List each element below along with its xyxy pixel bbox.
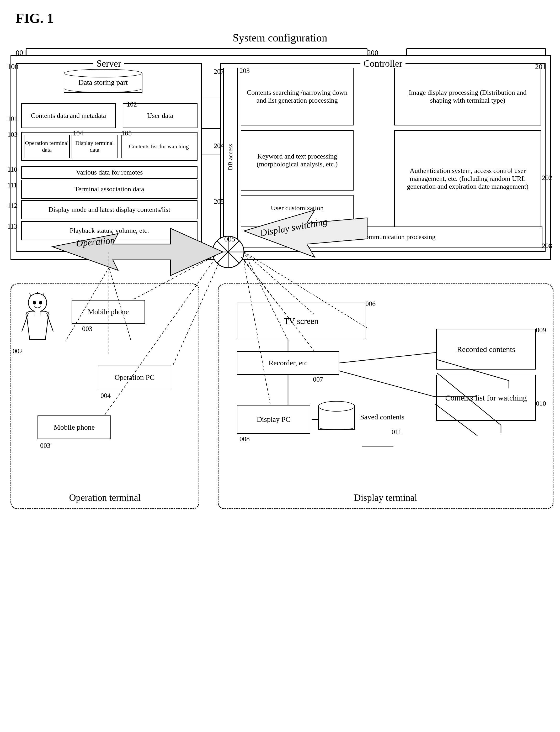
operation-terminal-label: Operation terminal: [69, 492, 141, 503]
svg-line-43: [339, 352, 436, 363]
operation-terminal-dashed: Operation terminal 002 Mobile phone: [10, 283, 199, 509]
ref-204: 204: [214, 142, 224, 150]
tv-screen-box: TV screen: [237, 302, 365, 339]
display-mode-box: Display mode and latest display contents…: [21, 200, 198, 219]
svg-point-35: [33, 301, 36, 304]
various-data-bar: Various data for remotes: [21, 166, 198, 179]
svg-point-31: [28, 293, 47, 312]
display-terminal-dashed: Display terminal TV screen 006 Recorder,…: [218, 283, 553, 509]
ref-003: 003: [82, 325, 92, 333]
mobile-phone-2-box: Mobile phone: [38, 416, 111, 439]
ref-100: 100: [7, 62, 18, 71]
ref-009: 009: [536, 326, 546, 334]
ref-005: 005: [224, 235, 235, 243]
saved-contents-label: Saved contents: [360, 413, 426, 421]
contents-data-box: Contents data and metadata: [21, 103, 116, 128]
ref-101: 101: [7, 115, 18, 123]
contents-search-box: Contents searching /narrowing down and l…: [241, 68, 354, 125]
ref-113: 113: [7, 222, 17, 230]
svg-rect-39: [35, 311, 40, 315]
op-terminal-data-box: Operation terminal data: [24, 135, 70, 158]
data-storing-label: Data storing part: [64, 78, 142, 87]
db-access-box: DB access: [223, 68, 238, 246]
display-terminal-label: Display terminal: [354, 492, 417, 503]
ref-112: 112: [7, 202, 17, 210]
ref-007: 007: [313, 376, 323, 384]
ref-008: 008: [239, 435, 250, 443]
server-box: Server Data storing part 100 Contents da…: [16, 63, 202, 252]
ref-205: 205: [214, 198, 224, 205]
ref-006: 006: [365, 300, 376, 308]
ref-207: 207: [214, 68, 224, 76]
ref-102: 102: [127, 100, 137, 108]
ref-103: 103: [7, 131, 18, 139]
auth-system-box: Authentication system, access control us…: [394, 130, 541, 227]
figure-label: FIG. 1: [16, 10, 54, 26]
disp-terminal-data-box: Display terminal data: [72, 135, 118, 158]
controller-box: Controller 201 DB access 207 Contents se…: [220, 63, 546, 252]
ref-203: 203: [239, 67, 250, 75]
display-pc-box: Display PC: [237, 405, 310, 434]
svg-line-44: [339, 371, 436, 397]
svg-line-32: [30, 293, 31, 296]
terminal-assoc-box: Terminal association data: [21, 180, 198, 199]
keyword-text-box: Keyword and text processing (morphologic…: [241, 130, 354, 190]
controller-label: Controller: [360, 58, 406, 69]
ref-111: 111: [7, 181, 17, 189]
image-display-box: Image display processing (Distribution a…: [394, 68, 541, 125]
svg-line-34: [43, 293, 44, 295]
recorder-box: Recorder, etc: [237, 351, 339, 375]
person-figure: [17, 292, 58, 350]
svg-point-36: [39, 301, 42, 304]
server-label: Server: [93, 58, 124, 69]
mobile-phone-1-box: Mobile phone: [72, 300, 145, 323]
ref-011: 011: [392, 428, 402, 436]
ref-003p: 003': [40, 442, 52, 450]
ref-110: 110: [7, 166, 17, 173]
recorded-contents-box: Recorded contents: [436, 329, 536, 370]
server-contents-list-watch-box: Contents list for watching: [121, 135, 196, 158]
ref-010: 010: [536, 400, 546, 408]
saved-contents-cylinder: [318, 401, 355, 430]
ref-004: 004: [100, 392, 111, 400]
ref-202: 202: [542, 174, 552, 182]
op-pc-box: Operation PC: [98, 365, 171, 389]
db-access-label: DB access: [227, 144, 234, 170]
display-contents-list-watch-box: Contents list for watching: [436, 375, 536, 421]
user-custom-box: User customization: [241, 195, 354, 221]
ref-208: 208: [542, 242, 552, 250]
data-storing-cylinder: Data storing part: [64, 69, 142, 93]
system-config-label: System configuration: [0, 31, 560, 44]
ref-002: 002: [13, 347, 23, 355]
